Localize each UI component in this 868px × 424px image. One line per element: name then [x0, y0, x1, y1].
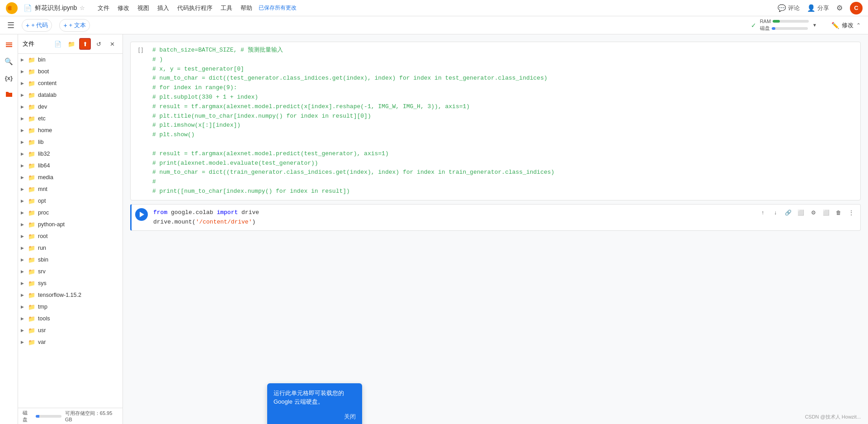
cell-toolbar: ↑ ↓ 🔗 ⬜ ⚙ ⬜ 🗑 ⋮	[757, 207, 857, 218]
move-up-icon[interactable]: ↑	[757, 207, 768, 218]
add-text-button[interactable]: + + 文本	[59, 19, 90, 32]
link-icon[interactable]: 🔗	[783, 207, 793, 218]
tree-item-sys[interactable]: ▶ 📁 sys	[18, 277, 123, 289]
menu-runtime[interactable]: 代码执行程序	[174, 2, 216, 14]
tree-item-var[interactable]: ▶ 📁 var	[18, 336, 123, 348]
expand-icon-var: ▶	[21, 340, 28, 344]
item-name-tools: tools	[38, 315, 50, 322]
active-code-cell: from google.colab import drive drive.mou…	[130, 204, 861, 231]
refresh-button[interactable]: ↺	[93, 38, 104, 50]
drive-mount-call: drive.mount('/content/drive')	[153, 219, 255, 225]
delete-cell-icon[interactable]: 🗑	[833, 207, 844, 218]
tree-item-dev[interactable]: ▶ 📁 dev	[18, 101, 123, 113]
tree-item-python-apt[interactable]: ▶ 📁 python-apt	[18, 219, 123, 230]
star-icon[interactable]: ☆	[80, 5, 85, 11]
top-right-area: 💬 评论 👤 分享 ⚙ C	[778, 2, 863, 14]
sidebar-toggle-icon[interactable]: ☰	[7, 20, 14, 30]
tree-item-media[interactable]: ▶ 📁 media	[18, 172, 123, 183]
settings-button[interactable]: ⚙	[836, 4, 843, 12]
edit-button[interactable]: 修改	[842, 21, 854, 29]
menu-insert[interactable]: 插入	[154, 2, 173, 14]
tree-item-sbin[interactable]: ▶ 📁 sbin	[18, 254, 123, 266]
item-name-lib32: lib32	[38, 151, 50, 157]
tree-item-etc[interactable]: ▶ 📁 etc	[18, 113, 123, 124]
active-cell-content[interactable]: from google.colab import drive drive.mou…	[132, 205, 860, 231]
tree-item-datalab[interactable]: ▶ 📁 datalab	[18, 89, 123, 101]
strip-variables-icon[interactable]: {x}	[2, 71, 16, 85]
notebook-file-icon: 📄	[24, 4, 32, 12]
expand-icon[interactable]: ⌃	[856, 22, 861, 29]
menu-file[interactable]: 文件	[94, 2, 113, 14]
cell-code-content[interactable]: # batch_size=BATCH_SIZE, # 预测批量输入 # ) # …	[131, 42, 860, 200]
top-bar: 📄 鲜花识别.ipynb ☆ 文件 修改 视图 插入 代码执行程序 工具 帮助 …	[0, 0, 868, 16]
tree-item-proc[interactable]: ▶ 📁 proc	[18, 207, 123, 219]
expand-icon-sys: ▶	[21, 281, 28, 286]
folder-icon-home: 📁	[28, 127, 36, 134]
colab-logo[interactable]	[5, 2, 18, 14]
menu-view[interactable]: 视图	[134, 2, 153, 14]
new-folder-button[interactable]: 📁	[66, 38, 77, 50]
strip-files-icon[interactable]	[2, 38, 16, 52]
footer-disk-progress	[36, 415, 61, 418]
run-cell-button[interactable]	[135, 208, 148, 221]
expand-cell-icon[interactable]: ⬜	[795, 207, 806, 218]
code-line-15: # print([num_to_char[index.numpy() for i…	[152, 187, 853, 196]
expand-icon-home: ▶	[21, 128, 28, 133]
item-name-python-apt: python-apt	[38, 221, 65, 228]
tree-item-mnt[interactable]: ▶ 📁 mnt	[18, 183, 123, 195]
tree-item-tools[interactable]: ▶ 📁 tools	[18, 313, 123, 324]
tree-item-srv[interactable]: ▶ 📁 srv	[18, 266, 123, 277]
tree-item-lib32[interactable]: ▶ 📁 lib32	[18, 148, 123, 160]
active-code-line1: from google.colab import drive	[153, 208, 853, 218]
tree-item-usr[interactable]: ▶ 📁 usr	[18, 324, 123, 336]
close-sidebar-button[interactable]: ✕	[106, 38, 118, 50]
user-avatar[interactable]: C	[850, 2, 863, 14]
import-name: drive	[238, 209, 259, 216]
item-name-srv: srv	[38, 268, 46, 275]
folder-icon-tensorflow: 📁	[28, 292, 36, 299]
item-name-sys: sys	[38, 280, 47, 286]
cell-settings-icon[interactable]: ⚙	[808, 207, 819, 218]
notebook-title[interactable]: 鲜花识别.ipynb	[35, 4, 77, 12]
move-down-icon[interactable]: ↓	[770, 207, 781, 218]
tree-item-boot[interactable]: ▶ 📁 boot	[18, 66, 123, 77]
file-name-area: 📄 鲜花识别.ipynb ☆	[24, 4, 85, 12]
expand-icon-etc: ▶	[21, 116, 28, 121]
ram-progress-bg	[773, 20, 809, 23]
tree-item-home[interactable]: ▶ 📁 home	[18, 124, 123, 136]
tree-item-lib[interactable]: ▶ 📁 lib	[18, 136, 123, 148]
menu-edit[interactable]: 修改	[114, 2, 133, 14]
item-name-lib64: lib64	[38, 162, 50, 169]
folder-icon-sbin: 📁	[28, 257, 36, 263]
comment-button[interactable]: 💬 评论	[778, 4, 800, 12]
menu-help[interactable]: 帮助	[237, 2, 256, 14]
tree-item-tensorflow[interactable]: ▶ 📁 tensorflow-1.15.2	[18, 289, 123, 301]
strip-search-icon[interactable]: 🔍	[2, 54, 16, 69]
new-file-button[interactable]: 📄	[52, 38, 64, 50]
item-name-media: media	[38, 174, 53, 181]
strip-folder-icon[interactable]	[2, 87, 16, 101]
item-name-etc: etc	[38, 115, 46, 122]
more-options-icon[interactable]: ⋮	[846, 207, 857, 218]
resource-chevron[interactable]: ▼	[812, 23, 817, 28]
item-name-lib: lib	[38, 139, 44, 145]
upload-button[interactable]: ⬆	[79, 38, 91, 50]
tree-item-root[interactable]: ▶ 📁 root	[18, 230, 123, 242]
tree-item-run[interactable]: ▶ 📁 run	[18, 242, 123, 254]
tree-item-bin[interactable]: ▶ 📁 bin	[18, 54, 123, 66]
expand-icon-boot: ▶	[21, 69, 28, 74]
plus-code-icon: +	[26, 22, 29, 29]
tree-item-content[interactable]: ▶ 📁 content	[18, 77, 123, 89]
disk-label: 磁盘	[760, 25, 770, 32]
module-name: google.colab	[167, 209, 217, 216]
mirror-icon[interactable]: ⬜	[821, 207, 831, 218]
tree-item-opt[interactable]: ▶ 📁 opt	[18, 195, 123, 207]
tooltip-text: 运行此单元格即可装载您的 Google 云端硬盘。	[274, 389, 356, 406]
tree-item-tmp[interactable]: ▶ 📁 tmp	[18, 301, 123, 313]
share-button[interactable]: 👤 分享	[807, 4, 829, 12]
tree-item-lib64[interactable]: ▶ 📁 lib64	[18, 160, 123, 172]
menu-tools[interactable]: 工具	[217, 2, 236, 14]
code-line-6: # plt.subplot(330 + 1 + index)	[152, 93, 853, 102]
add-code-button[interactable]: + + 代码	[22, 19, 52, 32]
tooltip-close-button[interactable]: 关闭	[344, 413, 356, 421]
